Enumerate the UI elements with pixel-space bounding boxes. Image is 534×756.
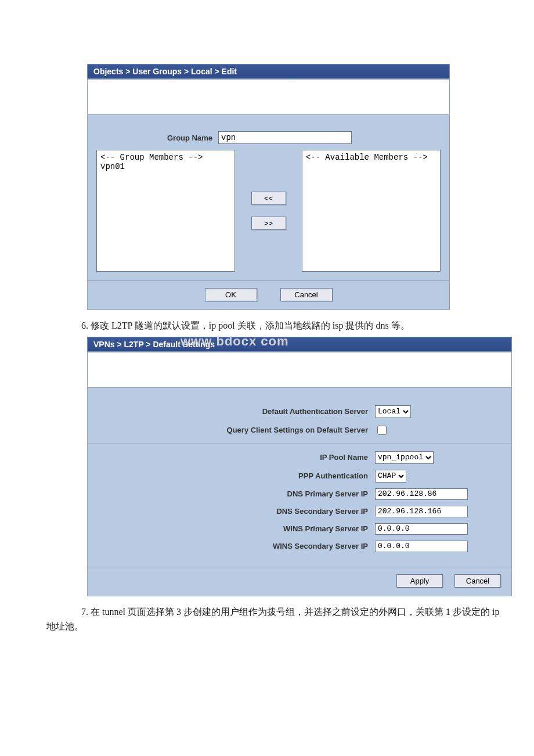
available-members-header: <-- Available Members -->: [306, 153, 428, 162]
group-name-label: Group Name: [131, 134, 218, 142]
group-members-header: <-- Group Members -->: [100, 153, 203, 162]
group-members-listbox[interactable]: <-- Group Members --> vpn01: [96, 150, 235, 272]
breadcrumb-vpns: VPNs > L2TP > Default Settings www bdocx…: [87, 337, 512, 352]
group-member-item[interactable]: vpn01: [100, 162, 125, 171]
wins-secondary-input[interactable]: [375, 541, 468, 552]
move-left-button[interactable]: <<: [251, 192, 286, 205]
wins-primary-label: WINS Primary Server IP: [96, 524, 375, 533]
cancel-button[interactable]: Cancel: [280, 288, 333, 301]
wins-secondary-label: WINS Secondary Server IP: [96, 542, 375, 550]
watermark: www bdocx com: [181, 334, 289, 349]
query-client-checkbox[interactable]: [377, 426, 387, 435]
wins-primary-input[interactable]: [375, 523, 468, 535]
ip-pool-select[interactable]: vpn_ippool: [375, 451, 434, 464]
cancel-button-2[interactable]: Cancel: [454, 574, 501, 588]
apply-button[interactable]: Apply: [396, 574, 443, 588]
dns-secondary-label: DNS Secondary Server IP: [96, 507, 375, 516]
auth-server-label: Default Authentication Server: [96, 407, 375, 416]
ip-pool-label: IP Pool Name: [96, 453, 375, 462]
dns-primary-input[interactable]: [375, 488, 468, 500]
dns-primary-label: DNS Primary Server IP: [96, 489, 375, 498]
ppp-auth-select[interactable]: CHAP: [375, 470, 406, 483]
step7-text: 7. 在 tunnel 页面选择第 3 步创建的用户组作为拨号组，并选择之前设定…: [46, 607, 499, 632]
breadcrumb-objects: Objects > User Groups > Local > Edit: [87, 64, 450, 79]
available-members-listbox[interactable]: <-- Available Members -->: [302, 150, 441, 272]
step6-text: 6. 修改 L2TP 隧道的默认设置，ip pool 关联，添加当地线路的 is…: [81, 321, 410, 330]
query-client-label: Query Client Settings on Default Server: [96, 426, 375, 434]
auth-server-select[interactable]: Local: [375, 405, 411, 418]
move-right-button[interactable]: >>: [251, 217, 286, 230]
ok-button[interactable]: OK: [205, 288, 257, 301]
ppp-auth-label: PPP Authentication: [96, 471, 375, 480]
dns-secondary-input[interactable]: [375, 506, 468, 517]
group-name-input[interactable]: [218, 131, 352, 144]
